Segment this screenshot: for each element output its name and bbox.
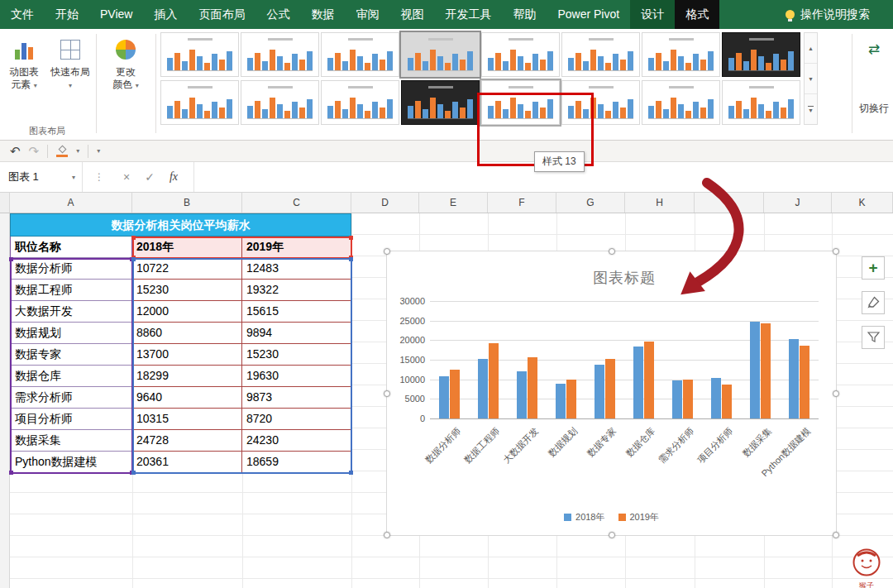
chart-style-thumbnail[interactable] bbox=[642, 80, 720, 125]
chart-selection-handle[interactable] bbox=[384, 390, 390, 397]
chart-selection-handle[interactable] bbox=[609, 532, 615, 538]
table-cell[interactable]: 8860 bbox=[132, 323, 242, 344]
table-header-cell[interactable]: 2019年 bbox=[242, 237, 351, 258]
ribbon-tab-9[interactable]: 开发工具 bbox=[434, 0, 502, 29]
ribbon-tab-0[interactable]: 文件 bbox=[0, 0, 45, 29]
chart-selection-handle[interactable] bbox=[833, 390, 839, 397]
chart-style-thumbnail[interactable] bbox=[321, 80, 399, 125]
chart-selection-handle[interactable] bbox=[609, 248, 615, 255]
table-cell[interactable]: 数据规划 bbox=[10, 323, 132, 344]
table-cell[interactable]: 24728 bbox=[132, 430, 242, 452]
switch-row-column-button[interactable]: ⇄ 切换行 bbox=[855, 34, 893, 117]
quick-layout-button[interactable]: 快速布局 ▾ bbox=[48, 34, 93, 117]
table-cell[interactable]: 8720 bbox=[242, 409, 351, 430]
table-cell[interactable]: 15615 bbox=[242, 301, 351, 323]
insert-function-button[interactable]: fx bbox=[162, 170, 185, 184]
cancel-button[interactable]: × bbox=[116, 170, 137, 184]
chart-style-thumbnail[interactable] bbox=[642, 32, 720, 77]
table-header-cell[interactable]: 2018年 bbox=[132, 237, 242, 258]
table-cell[interactable]: 数据采集 bbox=[10, 430, 132, 452]
chart-filter-button[interactable] bbox=[862, 326, 885, 349]
undo-button[interactable]: ↶ bbox=[10, 142, 21, 160]
table-cell[interactable]: 数据仓库 bbox=[10, 366, 132, 387]
tell-me-search[interactable]: 操作说明搜索 bbox=[776, 0, 893, 29]
table-header-cell[interactable]: 职位名称 bbox=[10, 237, 132, 258]
legend-item[interactable]: 2019年 bbox=[618, 511, 659, 523]
table-cell[interactable]: 12483 bbox=[242, 258, 351, 280]
table-cell[interactable]: 15230 bbox=[242, 344, 351, 366]
chart-style-thumbnail[interactable] bbox=[722, 80, 800, 125]
ribbon-tab-1[interactable]: 开始 bbox=[45, 0, 89, 29]
name-box[interactable]: 图表 1 ▾ bbox=[0, 162, 83, 192]
column-header-C[interactable]: C bbox=[242, 193, 351, 213]
ribbon-tab-5[interactable]: 公式 bbox=[255, 0, 300, 29]
ribbon-tab-7[interactable]: 审阅 bbox=[345, 0, 389, 29]
table-cell[interactable]: 10315 bbox=[132, 409, 242, 430]
column-header-G[interactable]: G bbox=[556, 193, 625, 213]
chart-style-thumbnail[interactable] bbox=[401, 80, 480, 125]
chart-elements-plus-button[interactable]: + bbox=[862, 256, 885, 280]
table-cell[interactable]: 9894 bbox=[242, 323, 351, 344]
table-cell[interactable]: 19630 bbox=[242, 366, 351, 387]
chart-style-thumbnail[interactable] bbox=[481, 32, 560, 77]
chart-selection-handle[interactable] bbox=[384, 532, 390, 538]
table-cell[interactable]: 数据工程师 bbox=[10, 280, 132, 301]
gallery-scroll-up-button[interactable]: ▲ bbox=[805, 33, 817, 64]
table-cell[interactable]: 需求分析师 bbox=[10, 387, 132, 409]
chart-style-thumbnail[interactable] bbox=[321, 32, 399, 77]
table-cell[interactable]: 大数据开发 bbox=[10, 301, 132, 323]
table-cell[interactable]: 9640 bbox=[132, 387, 242, 409]
column-header-E[interactable]: E bbox=[419, 193, 488, 213]
column-header-I[interactable]: I bbox=[695, 193, 764, 213]
table-cell[interactable]: 12000 bbox=[132, 301, 242, 323]
ribbon-tab-13[interactable]: 格式 bbox=[675, 0, 719, 29]
table-cell[interactable]: 13700 bbox=[132, 344, 242, 366]
chart-style-thumbnail[interactable] bbox=[561, 80, 640, 125]
sheet-grid[interactable]: 数据分析相关岗位平均薪水职位名称2018年2019年数据分析师107221248… bbox=[0, 213, 893, 588]
customize-qat-button[interactable]: ▾ bbox=[97, 142, 100, 160]
gallery-more-button[interactable]: ▼ bbox=[805, 94, 817, 124]
table-cell[interactable]: 15230 bbox=[132, 280, 242, 301]
ribbon-tab-8[interactable]: 视图 bbox=[389, 0, 434, 29]
chart-style-thumbnail[interactable] bbox=[401, 32, 480, 77]
column-header-F[interactable]: F bbox=[488, 193, 556, 213]
ribbon-tab-11[interactable]: Power Pivot bbox=[547, 0, 630, 29]
ribbon-tab-10[interactable]: 帮助 bbox=[502, 0, 547, 29]
select-all-corner[interactable] bbox=[0, 193, 10, 213]
column-header-D[interactable]: D bbox=[351, 193, 419, 213]
column-header-K[interactable]: K bbox=[832, 193, 893, 213]
table-cell[interactable]: 项目分析师 bbox=[10, 409, 132, 430]
enter-button[interactable]: ✓ bbox=[137, 170, 162, 184]
table-cell[interactable]: 18299 bbox=[132, 366, 242, 387]
chart-style-thumbnail[interactable] bbox=[160, 80, 239, 125]
table-cell[interactable]: 10722 bbox=[132, 258, 242, 280]
chart-selection-handle[interactable] bbox=[384, 248, 390, 255]
redo-button[interactable]: ↷ bbox=[29, 142, 40, 160]
table-cell[interactable]: 18659 bbox=[242, 452, 351, 473]
table-cell[interactable]: 9873 bbox=[242, 387, 351, 409]
chart-object[interactable]: 图表标题 050001000015000200002500030000数据分析师… bbox=[386, 251, 837, 536]
table-cell[interactable]: 数据分析师 bbox=[10, 258, 132, 280]
fill-color-button[interactable] bbox=[56, 145, 68, 157]
ribbon-tab-2[interactable]: PView bbox=[89, 0, 143, 29]
column-header-A[interactable]: A bbox=[10, 193, 132, 213]
fill-color-dropdown-icon[interactable]: ▾ bbox=[76, 142, 79, 160]
gallery-scroll-down-button[interactable]: ▼ bbox=[805, 64, 817, 94]
chart-selection-handle[interactable] bbox=[833, 248, 839, 255]
ribbon-tab-4[interactable]: 页面布局 bbox=[188, 0, 255, 29]
column-header-H[interactable]: H bbox=[625, 193, 695, 213]
ribbon-tab-12[interactable]: 设计 bbox=[630, 0, 675, 29]
legend-item[interactable]: 2018年 bbox=[564, 511, 604, 523]
chart-selection-handle[interactable] bbox=[833, 532, 839, 538]
formula-bar-drag-handle[interactable]: ⋮ bbox=[83, 171, 116, 183]
chart-styles-brush-button[interactable] bbox=[862, 291, 885, 314]
chart-style-thumbnail[interactable] bbox=[561, 32, 640, 77]
table-title-cell[interactable]: 数据分析相关岗位平均薪水 bbox=[10, 213, 351, 237]
chart-style-thumbnail[interactable] bbox=[241, 32, 319, 77]
column-header-B[interactable]: B bbox=[132, 193, 242, 213]
table-cell[interactable]: 19322 bbox=[242, 280, 351, 301]
table-cell[interactable]: 数据专家 bbox=[10, 344, 132, 366]
chart-style-thumbnail[interactable] bbox=[160, 32, 239, 77]
table-cell[interactable]: 24230 bbox=[242, 430, 351, 452]
table-cell[interactable]: 20361 bbox=[132, 452, 242, 473]
